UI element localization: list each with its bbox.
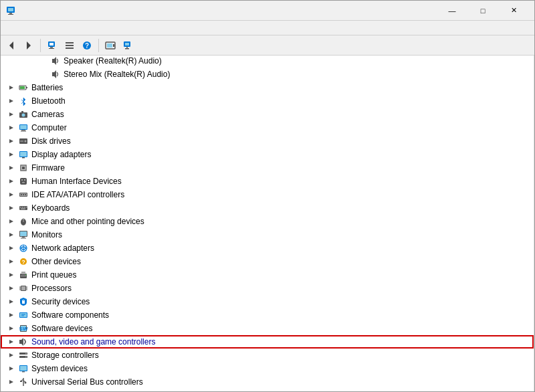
maximize-button[interactable]: □: [467, 1, 498, 21]
svg-marker-77: [9, 246, 13, 250]
tree-item-processors[interactable]: Processors: [1, 282, 534, 295]
svg-rect-86: [21, 276, 26, 276]
svg-rect-119: [22, 371, 25, 373]
toolbar-showhide[interactable]: [62, 37, 78, 54]
item-label-networkadapters: Network adapters: [31, 243, 94, 253]
tree-item-otherdevices[interactable]: ?Other devices: [1, 255, 534, 268]
tree-item-systemdevices[interactable]: System devices: [1, 362, 534, 375]
expand-icon-computer[interactable]: [6, 122, 17, 133]
tree-item-usb[interactable]: Universal Serial Bus controllers: [1, 375, 534, 389]
tree-item-softwarecomponents[interactable]: Software components: [1, 308, 534, 322]
expand-icon-systemdevices[interactable]: [6, 363, 17, 374]
toolbar-sep-1: [40, 39, 41, 52]
svg-marker-38: [9, 139, 13, 143]
expand-icon-securitydevices[interactable]: [6, 296, 17, 307]
menu-view[interactable]: [25, 27, 35, 29]
item-icon-printqueues: [18, 270, 29, 280]
tree-item-batteries[interactable]: Batteries: [1, 81, 534, 94]
expand-icon-displayadapters[interactable]: [6, 149, 17, 160]
tree-item-networkadapters[interactable]: Network adapters: [1, 241, 534, 255]
toolbar-properties[interactable]: [44, 37, 60, 54]
item-icon-processors: [18, 283, 29, 294]
tree-item-firmware[interactable]: Firmware: [1, 161, 534, 175]
tree-item-printqueues[interactable]: Print queues: [1, 268, 534, 282]
expand-icon-ide[interactable]: [6, 189, 17, 200]
expand-icon-storagecontrollers[interactable]: [6, 350, 17, 361]
svg-marker-5: [27, 41, 31, 50]
expand-icon-usb[interactable]: [6, 377, 17, 387]
item-label-monitors: Monitors: [31, 230, 62, 239]
expand-icon-batteries[interactable]: [6, 82, 17, 93]
toolbar-scan[interactable]: [120, 37, 136, 54]
item-label-firmware: Firmware: [31, 163, 65, 173]
item-icon-softwarecomponents: [18, 310, 29, 320]
tree-item-speaker[interactable]: Speaker (Realtek(R) Audio): [1, 56, 534, 68]
svg-rect-44: [20, 152, 27, 157]
expand-icon-cameras[interactable]: [6, 109, 17, 120]
toolbar-help[interactable]: ?: [79, 37, 95, 54]
expand-icon-printqueues[interactable]: [6, 270, 17, 280]
expand-icon-soundvideo[interactable]: [6, 336, 17, 347]
item-label-bluetooth: Bluetooth: [31, 96, 66, 106]
toolbar-forward[interactable]: [21, 37, 37, 54]
item-label-cameras: Cameras: [31, 110, 64, 119]
expand-icon-diskdrives[interactable]: [6, 136, 17, 146]
toolbar-back[interactable]: [3, 37, 19, 54]
svg-rect-11: [66, 45, 74, 46]
svg-marker-68: [9, 219, 13, 223]
tree-item-keyboards[interactable]: Keyboards: [1, 201, 534, 215]
expand-icon-monitors[interactable]: [6, 229, 17, 240]
expand-icon-otherdevices[interactable]: [6, 256, 17, 267]
svg-point-31: [22, 114, 25, 117]
expand-icon-bluetooth[interactable]: [6, 96, 17, 106]
tree-item-monitors[interactable]: Monitors: [1, 228, 534, 241]
tree-item-hid[interactable]: Human Interface Devices: [1, 175, 534, 188]
item-icon-storagecontrollers: [18, 350, 29, 361]
tree-item-displayadapters[interactable]: Display adapters: [1, 148, 534, 161]
item-label-displayadapters: Display adapters: [31, 150, 91, 159]
item-label-softwaredevices: Software devices: [31, 324, 92, 333]
item-label-stereomix: Stereo Mix (Realtek(R) Audio): [64, 70, 170, 79]
menu-action[interactable]: [14, 27, 25, 29]
device-tree[interactable]: Speaker (Realtek(R) Audio)Stereo Mix (Re…: [1, 56, 534, 391]
svg-marker-4: [9, 41, 13, 50]
tree-item-securitydevices[interactable]: Security devices: [1, 295, 534, 308]
svg-rect-49: [22, 167, 25, 169]
tree-item-softwaredevices[interactable]: SWSoftware devices: [1, 322, 534, 335]
tree-item-mice[interactable]: Mice and other pointing devices: [1, 215, 534, 228]
minimize-button[interactable]: —: [437, 1, 467, 21]
tree-item-storagecontrollers[interactable]: Storage controllers: [1, 349, 534, 362]
menu-file[interactable]: [3, 27, 14, 29]
svg-marker-24: [9, 86, 13, 90]
menu-help[interactable]: [35, 27, 46, 29]
tree-item-cameras[interactable]: Cameras: [1, 108, 534, 121]
svg-point-125: [25, 382, 27, 384]
item-label-otherdevices: Other devices: [31, 257, 81, 266]
expand-icon-processors[interactable]: [6, 283, 17, 294]
expand-icon-speaker[interactable]: [38, 56, 49, 66]
item-icon-monitors: [18, 229, 29, 240]
close-button[interactable]: ✕: [498, 1, 529, 21]
svg-rect-27: [20, 86, 25, 89]
expand-icon-networkadapters[interactable]: [6, 243, 17, 254]
expand-icon-mice[interactable]: [6, 216, 17, 227]
expand-icon-firmware[interactable]: [6, 163, 17, 173]
tree-item-diskdrives[interactable]: Disk drives: [1, 134, 534, 148]
svg-marker-105: [9, 326, 13, 330]
expand-icon-stereomix[interactable]: [38, 69, 49, 80]
expand-icon-softwaredevices[interactable]: [6, 323, 17, 334]
tree-item-soundvideo[interactable]: Sound, video and game controllers: [1, 335, 534, 349]
svg-rect-9: [50, 47, 53, 48]
expand-icon-softwarecomponents[interactable]: [6, 310, 17, 320]
expand-icon-keyboards[interactable]: [6, 203, 17, 213]
svg-rect-20: [125, 48, 129, 50]
svg-rect-76: [21, 238, 26, 239]
tree-item-ide[interactable]: IDE ATA/ATAPI controllers: [1, 188, 534, 201]
tree-item-bluetooth[interactable]: Bluetooth: [1, 94, 534, 108]
toolbar-update[interactable]: [102, 37, 118, 54]
expand-icon-hid[interactable]: [6, 176, 17, 187]
tree-item-stereomix[interactable]: Stereo Mix (Realtek(R) Audio): [1, 68, 534, 81]
tree-item-computer[interactable]: Computer: [1, 121, 534, 134]
svg-rect-59: [23, 194, 24, 195]
svg-rect-53: [24, 179, 25, 181]
